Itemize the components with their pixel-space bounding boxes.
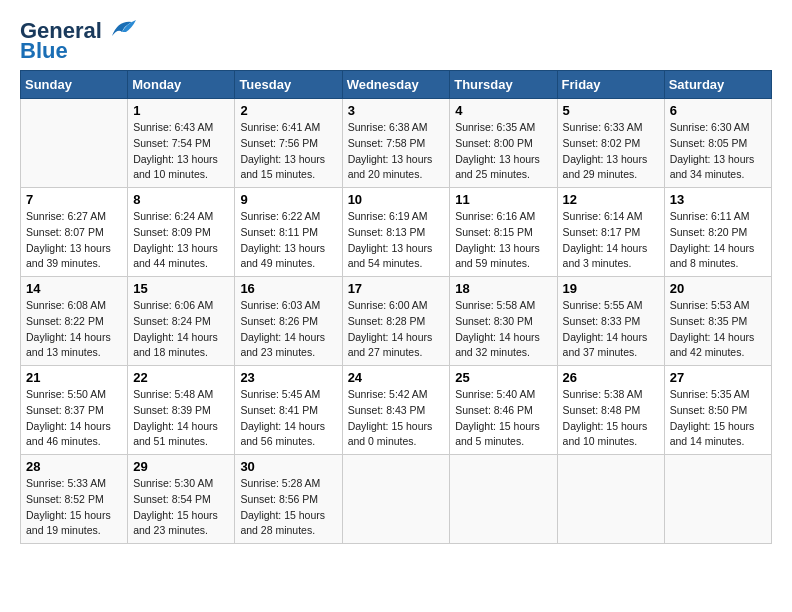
calendar-cell: 13Sunrise: 6:11 AMSunset: 8:20 PMDayligh… — [664, 188, 771, 277]
day-number: 1 — [133, 103, 229, 118]
day-number: 2 — [240, 103, 336, 118]
calendar-week-row: 28Sunrise: 5:33 AMSunset: 8:52 PMDayligh… — [21, 455, 772, 544]
day-number: 21 — [26, 370, 122, 385]
calendar-cell: 7Sunrise: 6:27 AMSunset: 8:07 PMDaylight… — [21, 188, 128, 277]
day-detail: Sunrise: 5:48 AMSunset: 8:39 PMDaylight:… — [133, 387, 229, 450]
day-detail: Sunrise: 6:24 AMSunset: 8:09 PMDaylight:… — [133, 209, 229, 272]
calendar-week-row: 1Sunrise: 6:43 AMSunset: 7:54 PMDaylight… — [21, 99, 772, 188]
calendar-cell: 22Sunrise: 5:48 AMSunset: 8:39 PMDayligh… — [128, 366, 235, 455]
day-number: 5 — [563, 103, 659, 118]
logo: General Blue — [20, 20, 136, 62]
day-number: 28 — [26, 459, 122, 474]
day-number: 19 — [563, 281, 659, 296]
calendar-cell: 10Sunrise: 6:19 AMSunset: 8:13 PMDayligh… — [342, 188, 450, 277]
day-detail: Sunrise: 6:16 AMSunset: 8:15 PMDaylight:… — [455, 209, 551, 272]
day-number: 14 — [26, 281, 122, 296]
weekday-header: Friday — [557, 71, 664, 99]
day-number: 6 — [670, 103, 766, 118]
calendar-cell: 11Sunrise: 6:16 AMSunset: 8:15 PMDayligh… — [450, 188, 557, 277]
calendar-cell: 5Sunrise: 6:33 AMSunset: 8:02 PMDaylight… — [557, 99, 664, 188]
day-detail: Sunrise: 6:41 AMSunset: 7:56 PMDaylight:… — [240, 120, 336, 183]
day-number: 4 — [455, 103, 551, 118]
day-number: 20 — [670, 281, 766, 296]
day-number: 11 — [455, 192, 551, 207]
day-detail: Sunrise: 5:38 AMSunset: 8:48 PMDaylight:… — [563, 387, 659, 450]
weekday-header: Thursday — [450, 71, 557, 99]
calendar-cell: 1Sunrise: 6:43 AMSunset: 7:54 PMDaylight… — [128, 99, 235, 188]
day-number: 27 — [670, 370, 766, 385]
calendar-cell: 21Sunrise: 5:50 AMSunset: 8:37 PMDayligh… — [21, 366, 128, 455]
calendar-cell: 26Sunrise: 5:38 AMSunset: 8:48 PMDayligh… — [557, 366, 664, 455]
day-detail: Sunrise: 5:53 AMSunset: 8:35 PMDaylight:… — [670, 298, 766, 361]
day-detail: Sunrise: 6:30 AMSunset: 8:05 PMDaylight:… — [670, 120, 766, 183]
day-detail: Sunrise: 5:35 AMSunset: 8:50 PMDaylight:… — [670, 387, 766, 450]
calendar-cell: 9Sunrise: 6:22 AMSunset: 8:11 PMDaylight… — [235, 188, 342, 277]
day-detail: Sunrise: 5:55 AMSunset: 8:33 PMDaylight:… — [563, 298, 659, 361]
weekday-header: Saturday — [664, 71, 771, 99]
calendar-cell: 29Sunrise: 5:30 AMSunset: 8:54 PMDayligh… — [128, 455, 235, 544]
calendar-cell: 23Sunrise: 5:45 AMSunset: 8:41 PMDayligh… — [235, 366, 342, 455]
calendar-cell: 27Sunrise: 5:35 AMSunset: 8:50 PMDayligh… — [664, 366, 771, 455]
day-number: 22 — [133, 370, 229, 385]
calendar-cell — [557, 455, 664, 544]
calendar-cell: 30Sunrise: 5:28 AMSunset: 8:56 PMDayligh… — [235, 455, 342, 544]
calendar-cell: 18Sunrise: 5:58 AMSunset: 8:30 PMDayligh… — [450, 277, 557, 366]
day-detail: Sunrise: 5:58 AMSunset: 8:30 PMDaylight:… — [455, 298, 551, 361]
day-detail: Sunrise: 5:45 AMSunset: 8:41 PMDaylight:… — [240, 387, 336, 450]
day-number: 13 — [670, 192, 766, 207]
day-number: 8 — [133, 192, 229, 207]
calendar-cell: 2Sunrise: 6:41 AMSunset: 7:56 PMDaylight… — [235, 99, 342, 188]
day-number: 25 — [455, 370, 551, 385]
weekday-header: Sunday — [21, 71, 128, 99]
calendar-cell: 3Sunrise: 6:38 AMSunset: 7:58 PMDaylight… — [342, 99, 450, 188]
day-number: 7 — [26, 192, 122, 207]
calendar-cell: 19Sunrise: 5:55 AMSunset: 8:33 PMDayligh… — [557, 277, 664, 366]
day-number: 17 — [348, 281, 445, 296]
calendar-cell: 16Sunrise: 6:03 AMSunset: 8:26 PMDayligh… — [235, 277, 342, 366]
logo-blue-text: Blue — [20, 38, 68, 63]
calendar-cell: 17Sunrise: 6:00 AMSunset: 8:28 PMDayligh… — [342, 277, 450, 366]
calendar-table: SundayMondayTuesdayWednesdayThursdayFrid… — [20, 70, 772, 544]
calendar-cell: 12Sunrise: 6:14 AMSunset: 8:17 PMDayligh… — [557, 188, 664, 277]
calendar-cell — [342, 455, 450, 544]
day-detail: Sunrise: 5:28 AMSunset: 8:56 PMDaylight:… — [240, 476, 336, 539]
weekday-header: Monday — [128, 71, 235, 99]
weekday-header: Tuesday — [235, 71, 342, 99]
day-number: 24 — [348, 370, 445, 385]
day-number: 18 — [455, 281, 551, 296]
calendar-cell: 24Sunrise: 5:42 AMSunset: 8:43 PMDayligh… — [342, 366, 450, 455]
calendar-week-row: 14Sunrise: 6:08 AMSunset: 8:22 PMDayligh… — [21, 277, 772, 366]
day-number: 23 — [240, 370, 336, 385]
day-detail: Sunrise: 6:14 AMSunset: 8:17 PMDaylight:… — [563, 209, 659, 272]
day-detail: Sunrise: 5:42 AMSunset: 8:43 PMDaylight:… — [348, 387, 445, 450]
calendar-cell — [21, 99, 128, 188]
day-detail: Sunrise: 6:08 AMSunset: 8:22 PMDaylight:… — [26, 298, 122, 361]
calendar-header-row: SundayMondayTuesdayWednesdayThursdayFrid… — [21, 71, 772, 99]
calendar-cell: 15Sunrise: 6:06 AMSunset: 8:24 PMDayligh… — [128, 277, 235, 366]
day-detail: Sunrise: 6:11 AMSunset: 8:20 PMDaylight:… — [670, 209, 766, 272]
day-number: 15 — [133, 281, 229, 296]
day-number: 16 — [240, 281, 336, 296]
calendar-cell: 6Sunrise: 6:30 AMSunset: 8:05 PMDaylight… — [664, 99, 771, 188]
calendar-cell — [664, 455, 771, 544]
day-number: 30 — [240, 459, 336, 474]
day-detail: Sunrise: 6:22 AMSunset: 8:11 PMDaylight:… — [240, 209, 336, 272]
day-detail: Sunrise: 6:27 AMSunset: 8:07 PMDaylight:… — [26, 209, 122, 272]
day-detail: Sunrise: 6:38 AMSunset: 7:58 PMDaylight:… — [348, 120, 445, 183]
day-detail: Sunrise: 5:33 AMSunset: 8:52 PMDaylight:… — [26, 476, 122, 539]
day-detail: Sunrise: 5:50 AMSunset: 8:37 PMDaylight:… — [26, 387, 122, 450]
day-number: 10 — [348, 192, 445, 207]
day-detail: Sunrise: 6:33 AMSunset: 8:02 PMDaylight:… — [563, 120, 659, 183]
calendar-week-row: 21Sunrise: 5:50 AMSunset: 8:37 PMDayligh… — [21, 366, 772, 455]
day-detail: Sunrise: 5:30 AMSunset: 8:54 PMDaylight:… — [133, 476, 229, 539]
calendar-cell: 4Sunrise: 6:35 AMSunset: 8:00 PMDaylight… — [450, 99, 557, 188]
day-detail: Sunrise: 6:43 AMSunset: 7:54 PMDaylight:… — [133, 120, 229, 183]
day-detail: Sunrise: 6:00 AMSunset: 8:28 PMDaylight:… — [348, 298, 445, 361]
day-detail: Sunrise: 6:03 AMSunset: 8:26 PMDaylight:… — [240, 298, 336, 361]
day-detail: Sunrise: 5:40 AMSunset: 8:46 PMDaylight:… — [455, 387, 551, 450]
calendar-cell: 14Sunrise: 6:08 AMSunset: 8:22 PMDayligh… — [21, 277, 128, 366]
calendar-cell — [450, 455, 557, 544]
day-detail: Sunrise: 6:19 AMSunset: 8:13 PMDaylight:… — [348, 209, 445, 272]
day-number: 29 — [133, 459, 229, 474]
header: General Blue — [20, 20, 772, 62]
